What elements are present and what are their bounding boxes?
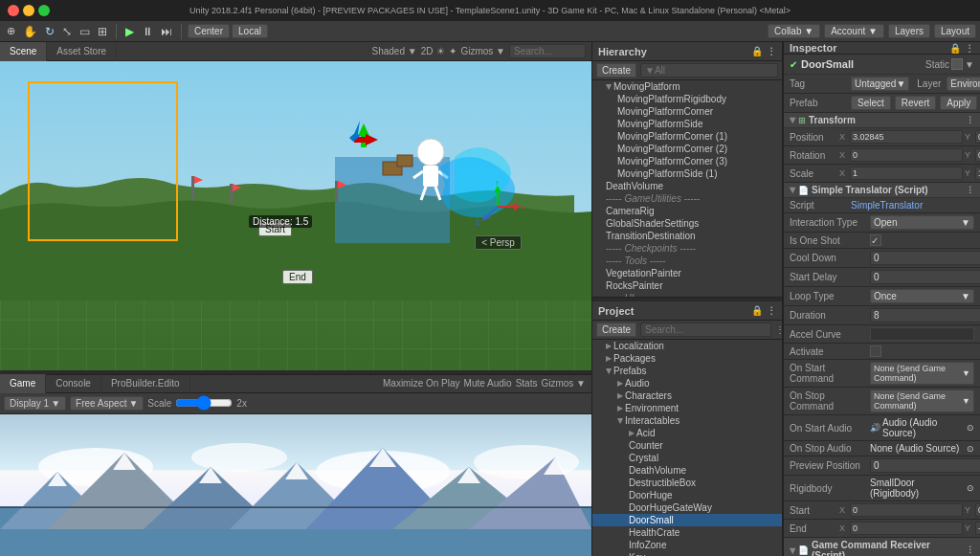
- tab-probuilder[interactable]: ProBuilder.Edito: [101, 374, 190, 393]
- project-search-input[interactable]: [640, 322, 771, 337]
- rotate-tool-icon[interactable]: ↻: [42, 24, 57, 39]
- list-item[interactable]: HealthCrate: [592, 526, 782, 539]
- project-create-button[interactable]: Create: [596, 322, 636, 337]
- on-start-cmd-dropdown[interactable]: None (Send Game Command)▼: [870, 362, 974, 385]
- project-lock-icon[interactable]: 🔒: [751, 305, 763, 316]
- list-item[interactable]: ▶ Prefabs: [592, 365, 782, 377]
- shaded-dropdown[interactable]: Shaded ▼: [371, 46, 416, 56]
- scene-search-input[interactable]: [509, 44, 586, 58]
- on-stop-audio-picker[interactable]: ⊙: [967, 444, 974, 454]
- list-item[interactable]: VegetationPainter: [592, 267, 782, 279]
- game-gizmos-btn[interactable]: Gizmos ▼: [541, 378, 586, 389]
- loop-type-dropdown[interactable]: Once▼: [870, 289, 974, 303]
- activate-checkbox[interactable]: [870, 345, 881, 357]
- list-item-door-small[interactable]: DoorSmall: [592, 514, 782, 526]
- account-button[interactable]: Account ▼: [824, 24, 884, 38]
- local-button[interactable]: Local: [232, 24, 268, 38]
- list-item[interactable]: Counter: [592, 439, 782, 452]
- on-start-audio-picker[interactable]: ⊙: [967, 423, 974, 433]
- list-item[interactable]: TransitionDestination: [592, 230, 782, 242]
- scale-x-input[interactable]: [850, 167, 963, 180]
- list-item[interactable]: Key: [592, 551, 782, 556]
- hierarchy-lock-icon[interactable]: 🔒: [751, 46, 763, 56]
- list-item[interactable]: DoorHugeGateWay: [592, 501, 782, 514]
- list-item[interactable]: MovingPlatformSide: [592, 118, 782, 130]
- list-item[interactable]: MovingPlatformCorner (1): [592, 130, 782, 143]
- position-x-input[interactable]: [850, 130, 963, 144]
- hand-tool-icon[interactable]: ✋: [20, 24, 40, 39]
- collab-button[interactable]: Collab ▼: [768, 24, 820, 38]
- scale-slider[interactable]: [175, 398, 233, 408]
- tab-console[interactable]: Console: [46, 374, 101, 393]
- revert-button[interactable]: Revert: [895, 96, 936, 110]
- on-stop-cmd-dropdown[interactable]: None (Send Game Command)▼: [870, 389, 974, 412]
- tab-scene[interactable]: Scene: [0, 42, 47, 61]
- script-value[interactable]: SimpleTranslator: [851, 200, 974, 211]
- start-x-input[interactable]: [850, 503, 963, 517]
- fx-toggle[interactable]: ✦: [449, 46, 457, 56]
- center-button[interactable]: Center: [188, 24, 230, 38]
- list-item[interactable]: DeathVolume: [592, 180, 782, 192]
- list-item[interactable]: MovingPlatformSide (1): [592, 167, 782, 180]
- list-item[interactable]: ▶ Characters: [592, 389, 782, 402]
- stats-btn[interactable]: Stats: [516, 378, 538, 389]
- maximize-button[interactable]: [38, 5, 50, 16]
- list-item[interactable]: ▶ Packages: [592, 352, 782, 365]
- list-item[interactable]: CameraRig: [592, 205, 782, 217]
- list-item[interactable]: MovingPlatformCorner (3): [592, 155, 782, 167]
- persp-button[interactable]: < Persp: [475, 235, 522, 250]
- list-item[interactable]: ▶ Localization: [592, 340, 782, 352]
- active-checkbox[interactable]: ✔: [790, 59, 797, 70]
- list-item[interactable]: MovingPlatformRigidbody: [592, 93, 782, 105]
- list-item[interactable]: GlobalShaderSettings: [592, 217, 782, 230]
- inspector-menu-icon[interactable]: ⋮: [965, 43, 974, 54]
- list-item[interactable]: DestructibleBox: [592, 477, 782, 489]
- project-menu-icon[interactable]: ⋮: [767, 305, 776, 316]
- gizmos-btn[interactable]: Gizmos ▼: [460, 46, 505, 56]
- 2d-button[interactable]: 2D: [421, 46, 434, 56]
- maximize-on-play-btn[interactable]: Maximize On Play: [383, 378, 460, 389]
- gc-options[interactable]: ⋮: [966, 545, 974, 555]
- inspector-lock-icon[interactable]: 🔒: [949, 43, 961, 54]
- scale-tool-icon[interactable]: ⤡: [59, 24, 75, 39]
- list-item[interactable]: Crystal: [592, 452, 782, 464]
- start-delay-input[interactable]: [870, 270, 980, 284]
- accel-curve-preview[interactable]: [870, 327, 974, 341]
- list-item[interactable]: DeathVolume: [592, 464, 782, 477]
- list-item[interactable]: InfoZone: [592, 539, 782, 551]
- display-dropdown[interactable]: Display 1▼: [4, 396, 66, 411]
- list-item[interactable]: MovingPlatformCorner (2): [592, 143, 782, 155]
- end-x-input[interactable]: [850, 522, 963, 535]
- list-item[interactable]: ▶ Environment: [592, 402, 782, 414]
- preview-pos-input[interactable]: [870, 458, 980, 473]
- hierarchy-menu-icon[interactable]: ⋮: [767, 46, 776, 56]
- layer-dropdown[interactable]: Environment▼: [947, 77, 980, 91]
- is-one-shot-checkbox[interactable]: ✓: [870, 234, 881, 246]
- list-item[interactable]: MovingPlatformCorner: [592, 105, 782, 118]
- step-button[interactable]: ⏭: [158, 24, 175, 39]
- transform-section[interactable]: ▶ ⊞ Transform ⋮: [784, 113, 980, 128]
- game-view[interactable]: [0, 414, 591, 556]
- simple-translator-section[interactable]: ▶ 📄 Simple Translator (Script) ⋮: [784, 183, 980, 198]
- end-y-input[interactable]: [975, 522, 980, 535]
- duration-input[interactable]: [870, 308, 980, 322]
- transform-tool-icon[interactable]: ⊞: [95, 24, 110, 39]
- tag-dropdown[interactable]: Untagged▼: [851, 77, 909, 91]
- rotation-y-input[interactable]: [975, 148, 980, 162]
- tab-game[interactable]: Game: [0, 374, 46, 393]
- translator-options[interactable]: ⋮: [966, 186, 974, 195]
- pause-button[interactable]: ⏸: [139, 24, 156, 39]
- layers-button[interactable]: Layers: [888, 24, 930, 38]
- transform-options[interactable]: ⋮: [966, 116, 974, 125]
- list-item[interactable]: ▶ MovingPlatform: [592, 80, 782, 93]
- scene-view[interactable]: Start End Distance: 1.5: [0, 61, 591, 370]
- minimize-button[interactable]: [23, 5, 34, 16]
- rotation-x-input[interactable]: [850, 148, 963, 162]
- rigidbody-picker[interactable]: ⊙: [967, 483, 974, 493]
- move-tool-icon[interactable]: ⊕: [4, 24, 18, 38]
- layout-button[interactable]: Layout: [934, 24, 976, 38]
- apply-button[interactable]: Apply: [940, 96, 977, 110]
- hierarchy-search-input[interactable]: [640, 63, 778, 78]
- list-item[interactable]: RocksPainter: [592, 279, 782, 292]
- scale-y-input[interactable]: [975, 167, 980, 180]
